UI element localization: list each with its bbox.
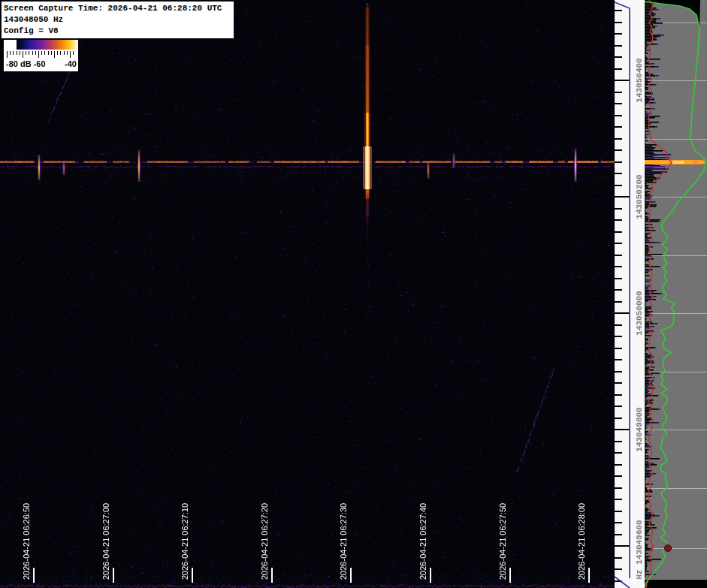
waterfall-display	[0, 0, 615, 588]
time-label: 2026-04-21 06:27:40	[418, 503, 428, 580]
color-scale-legend: -80 dB -60 -40	[4, 40, 78, 71]
legend-db-label-right: -40	[65, 59, 77, 68]
time-label: 2026-04-21 06:27:10	[180, 503, 190, 580]
legend-db-label-left: -80 dB -60	[6, 59, 46, 68]
time-label: 2026-04-21 06:27:00	[101, 503, 111, 580]
time-tick	[430, 568, 431, 583]
colormap-gradient-bar	[17, 40, 78, 50]
legend-major-ticks	[7, 51, 76, 58]
capture-time-text: Screen Capture Time: 2026-04-21 06:28:20…	[4, 3, 231, 14]
config-text: Config = V8	[4, 26, 231, 37]
frequency-label: 143050000	[635, 291, 644, 335]
time-tick	[33, 568, 35, 583]
time-label: 2026-04-21 06:27:50	[498, 503, 508, 580]
time-tick	[350, 568, 352, 583]
spectrum-panel	[645, 0, 707, 588]
legend-labels: -80 dB -60 -40	[4, 59, 78, 70]
time-label: 2026-04-21 06:27:30	[339, 503, 349, 580]
time-tick	[113, 568, 114, 583]
time-tick	[509, 568, 511, 583]
time-label: 2026-04-21 06:26:50	[22, 503, 32, 580]
frequency-label: 143049600	[635, 520, 644, 564]
time-label: 2026-04-21 06:27:20	[260, 503, 270, 580]
time-tick	[192, 568, 193, 583]
capture-frequency-text: 143048050 Hz	[4, 14, 231, 26]
spectrogram-app-window: Screen Capture Time: 2026-04-21 06:28:20…	[0, 0, 707, 588]
capture-info-box: Screen Capture Time: 2026-04-21 06:28:20…	[2, 2, 234, 38]
frequency-label: 143050400	[635, 58, 644, 102]
frequency-unit-label: Hz	[635, 569, 644, 579]
frequency-label: 143049800	[635, 407, 644, 451]
time-label: 2026-04-21 06:28:00	[577, 503, 587, 580]
time-tick	[271, 568, 273, 583]
frequency-label: 143050200	[635, 174, 644, 219]
time-tick	[588, 568, 590, 583]
